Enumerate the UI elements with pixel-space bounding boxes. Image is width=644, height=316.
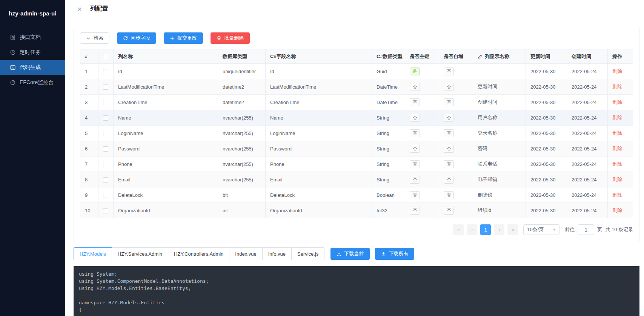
cell-cs_field: Password	[266, 141, 372, 156]
cell-name: Phone	[114, 156, 218, 172]
table-row: 1IduniqueidentifierIdGuid是否2022-05-30202…	[80, 64, 633, 79]
select-all-checkbox[interactable]	[103, 54, 108, 59]
download-current-button[interactable]: 下载当前	[330, 248, 370, 260]
cell-db_type: nvarchar(255)	[218, 141, 266, 156]
cell-is_pk: 否	[405, 126, 439, 141]
delete-link[interactable]: 删除	[612, 130, 622, 136]
download-all-button[interactable]: 下载所有	[375, 248, 414, 260]
last-page-button[interactable]: »	[507, 224, 518, 235]
cell-cs_field: CreationTime	[266, 95, 372, 110]
search-toggle-button[interactable]: 检索	[80, 32, 109, 44]
cell-db_type: nvarchar(255)	[218, 110, 266, 126]
page-title: 列配置	[90, 5, 108, 13]
table-header: #列名称数据库类型C#字段名称C#数据类型是否主键是否自增列显示名称更新时间创建…	[80, 49, 633, 64]
tab-hzy-controllers-admin[interactable]: HZY.Controllers.Admin	[168, 247, 229, 260]
tab-info-vue[interactable]: Info.vue	[262, 247, 292, 260]
sidebar-item-label: 定时任务	[20, 49, 41, 56]
download-icon	[337, 252, 341, 256]
no-tag: 否	[410, 207, 420, 215]
sidebar-item-1[interactable]: 定时任务	[0, 45, 65, 60]
cell-checkbox	[98, 172, 114, 187]
app-root: hzy-admin-spa-ui 接口文档定时任务代码生成EFCore监控台 ×…	[0, 0, 644, 316]
next-page-button[interactable]: ›	[494, 224, 504, 235]
main-area: × 列配置 检索 同步字段 提交更改 批量删除	[65, 0, 644, 316]
cell-name: Password	[114, 141, 218, 156]
cell-index: 8	[80, 172, 98, 187]
table-row: 9DeleteLockbitDeleteLockBoolean否否删除锁2022…	[80, 187, 633, 203]
delete-link[interactable]: 删除	[612, 68, 622, 74]
cell-cs_type: String	[372, 156, 405, 172]
cell-created_at: 2022-05-24	[567, 79, 608, 95]
row-checkbox[interactable]	[103, 69, 108, 74]
tab-hzy-models[interactable]: HZY.Models	[74, 247, 112, 260]
row-checkbox[interactable]	[103, 146, 108, 152]
table-body: 1IduniqueidentifierIdGuid是否2022-05-30202…	[80, 64, 633, 218]
prev-page-button[interactable]: ‹	[467, 224, 477, 235]
delete-link[interactable]: 删除	[612, 192, 622, 198]
cell-checkbox	[98, 110, 114, 126]
goto-page-input[interactable]	[578, 224, 594, 235]
cell-updated_at: 2022-05-30	[526, 64, 567, 79]
column-header-db_type: 数据库类型	[218, 49, 266, 64]
no-tag: 否	[444, 83, 454, 91]
cell-index: 10	[80, 203, 98, 218]
cell-db_type: nvarchar(255)	[218, 126, 266, 141]
goto-label: 前往	[565, 226, 575, 233]
cell-display_name: 密码	[473, 141, 526, 156]
row-checkbox[interactable]	[103, 162, 108, 167]
cell-is_increment: 否	[439, 110, 473, 126]
sidebar-item-0[interactable]: 接口文档	[0, 30, 65, 45]
table-header-row: #列名称数据库类型C#字段名称C#数据类型是否主键是否自增列显示名称更新时间创建…	[80, 49, 633, 64]
cell-action: 删除	[608, 187, 633, 203]
batch-delete-button[interactable]: 批量删除	[211, 32, 250, 44]
delete-link[interactable]: 删除	[612, 146, 622, 151]
delete-link[interactable]: 删除	[612, 115, 622, 120]
cell-display_name: 创建时间	[473, 95, 526, 110]
no-tag: 否	[444, 129, 454, 137]
column-header-name: 列名称	[114, 49, 218, 64]
cell-updated_at: 2022-05-30	[526, 126, 567, 141]
cell-db_type: bit	[218, 187, 266, 203]
delete-link[interactable]: 删除	[612, 161, 622, 167]
cell-db_type: datetime2	[218, 95, 266, 110]
clock-icon	[10, 49, 16, 55]
row-checkbox[interactable]	[103, 100, 108, 105]
delete-link[interactable]: 删除	[612, 84, 622, 89]
close-icon[interactable]: ×	[77, 5, 82, 13]
page-size-select[interactable]: 10条/页 ▼	[523, 224, 559, 235]
delete-link[interactable]: 删除	[612, 99, 622, 105]
cell-cs_type: String	[372, 141, 405, 156]
delete-link[interactable]: 删除	[612, 176, 622, 182]
batch-delete-button-label: 批量删除	[224, 35, 244, 41]
sidebar-item-3[interactable]: EFCore监控台	[0, 75, 65, 90]
cell-db_type: datetime2	[218, 79, 266, 95]
row-checkbox[interactable]	[103, 131, 108, 136]
submit-changes-button[interactable]: 提交更改	[164, 32, 203, 44]
cell-updated_at: 2022-05-30	[526, 79, 567, 95]
cell-action: 删除	[608, 141, 633, 156]
cell-cs_type: String	[372, 172, 405, 187]
cell-cs_type: Boolean	[372, 187, 405, 203]
cell-is_pk: 否	[405, 110, 439, 126]
row-checkbox[interactable]	[103, 193, 108, 198]
cell-is_increment: 否	[439, 95, 473, 110]
sync-fields-button[interactable]: 同步字段	[117, 32, 156, 44]
generator-tabs-row: HZY.ModelsHZY.Services.AdminHZY.Controll…	[74, 247, 639, 260]
sidebar-item-2[interactable]: 代码生成	[0, 60, 65, 75]
cell-action: 删除	[608, 203, 633, 218]
row-checkbox[interactable]	[103, 115, 108, 121]
first-page-button[interactable]: «	[453, 224, 464, 235]
row-checkbox[interactable]	[103, 208, 108, 213]
delete-link[interactable]: 删除	[612, 207, 622, 213]
row-checkbox[interactable]	[103, 84, 108, 90]
column-header-checkbox	[98, 49, 114, 64]
tab-service-js[interactable]: Service.js	[291, 247, 324, 260]
current-page-button[interactable]: 1	[480, 224, 491, 235]
cell-cs_field: Email	[266, 172, 372, 187]
tab-index-vue[interactable]: Index.vue	[229, 247, 262, 260]
chevron-down-icon	[86, 36, 91, 41]
tab-hzy-services-admin[interactable]: HZY.Services.Admin	[112, 247, 168, 260]
cell-checkbox	[98, 95, 114, 110]
trash-icon	[217, 36, 221, 41]
row-checkbox[interactable]	[103, 177, 108, 183]
